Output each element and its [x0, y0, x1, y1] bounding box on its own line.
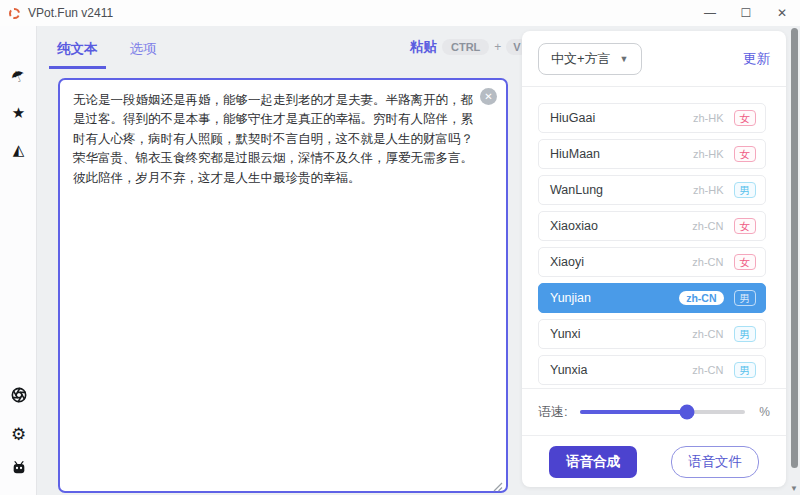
voice-gender-badge: 男	[734, 326, 757, 342]
umbrella-icon[interactable]: ☂	[0, 67, 37, 86]
voice-name: WanLung	[550, 183, 693, 197]
voice-panel-header: 中文+方言 ▼ 更新	[522, 31, 786, 87]
voice-gender-badge: 男	[734, 182, 757, 198]
window-title: VPot.Fun v2411	[28, 6, 113, 20]
voice-list-item[interactable]: WanLung zh-HK 男	[538, 175, 766, 205]
aperture-icon[interactable]	[0, 387, 37, 407]
scrollbar-down-arrow-icon[interactable]: ▼	[790, 484, 798, 493]
voice-name: Yunxia	[550, 363, 692, 377]
rate-slider-fill	[580, 410, 688, 414]
voice-gender-badge: 女	[734, 146, 757, 162]
voice-list-item[interactable]: Xiaoxiao zh-CN 女	[538, 211, 766, 241]
paste-button[interactable]: 粘贴	[410, 38, 437, 56]
rate-slider-thumb[interactable]	[680, 405, 695, 420]
voice-gender-badge: 男	[734, 362, 757, 378]
synthesize-button[interactable]: 语音合成	[549, 446, 637, 478]
refresh-link[interactable]: 更新	[743, 50, 770, 68]
voice-list-item[interactable]: Yunxia zh-CN 男	[538, 355, 766, 385]
voice-locale: zh-HK	[693, 148, 724, 160]
triangle-icon[interactable]: ◭	[0, 141, 37, 159]
voice-list-item[interactable]: Yunjian zh-CN 男	[538, 283, 766, 313]
voice-name: Xiaoxiao	[550, 219, 692, 233]
voice-list-item[interactable]: HiuMaan zh-HK 女	[538, 139, 766, 169]
gear-icon[interactable]: ⚙	[0, 424, 37, 444]
actions-row: 语音合成 语音文件	[522, 435, 786, 487]
voice-list: HiuGaai zh-HK 女 HiuMaan zh-HK 女 WanLung …	[522, 87, 786, 388]
tab-plain-text[interactable]: 纯文本	[49, 34, 106, 69]
voice-name: HiuMaan	[550, 147, 693, 161]
paste-shortcut: 粘贴 CTRL + V	[410, 38, 528, 56]
voice-gender-badge: 女	[734, 218, 757, 234]
voice-gender-badge: 女	[734, 254, 757, 270]
text-editor-container: 无论是一段婚姻还是再婚，能够一起走到老的才是夫妻。半路离开的，都是过客。得到的不…	[58, 78, 508, 493]
voice-panel: 中文+方言 ▼ 更新 HiuGaai zh-HK 女 HiuMaan zh-HK…	[522, 31, 786, 487]
rate-unit: %	[759, 405, 770, 419]
voice-gender-badge: 男	[734, 290, 757, 306]
ctrl-key-badge: CTRL	[442, 39, 489, 55]
tab-options[interactable]: 选项	[122, 34, 165, 69]
voice-locale: zh-CN	[692, 328, 723, 340]
voice-locale: zh-CN	[679, 291, 723, 305]
voice-locale: zh-CN	[692, 364, 723, 376]
clear-text-icon[interactable]: ✕	[480, 88, 497, 105]
voice-list-item[interactable]: HiuGaai zh-HK 女	[538, 103, 766, 133]
window-controls: — ☐ ✕	[692, 0, 800, 26]
minimize-button[interactable]: —	[692, 0, 728, 26]
voice-locale: zh-HK	[693, 184, 724, 196]
window-scrollbar-thumb[interactable]	[791, 28, 798, 468]
title-bar: VPot.Fun v2411 — ☐ ✕	[0, 0, 800, 26]
voice-name: Yunjian	[550, 291, 679, 305]
app-logo-icon	[9, 8, 20, 19]
voice-name: Yunxi	[550, 327, 692, 341]
chevron-down-icon: ▼	[620, 54, 629, 64]
close-button[interactable]: ✕	[764, 0, 800, 26]
voice-name: HiuGaai	[550, 111, 693, 125]
voice-list-item[interactable]: Xiaoyi zh-CN 女	[538, 247, 766, 277]
text-input[interactable]: 无论是一段婚姻还是再婚，能够一起走到老的才是夫妻。半路离开的，都是过客。得到的不…	[60, 80, 506, 491]
language-filter-dropdown[interactable]: 中文+方言 ▼	[538, 43, 642, 75]
voice-locale: zh-CN	[692, 220, 723, 232]
voice-list-item[interactable]: Yunxi zh-CN 男	[538, 319, 766, 349]
rate-label: 语速:	[538, 403, 568, 421]
plus-sign: +	[494, 40, 501, 54]
speech-rate-row: 语速: %	[522, 388, 786, 435]
voice-gender-badge: 女	[734, 110, 757, 126]
save-audio-file-button[interactable]: 语音文件	[671, 446, 759, 478]
resize-handle-icon[interactable]	[493, 478, 503, 488]
voice-locale: zh-CN	[692, 256, 723, 268]
rate-slider[interactable]	[580, 410, 746, 414]
star-icon[interactable]: ★	[0, 104, 37, 122]
app-body: ☂ ★ ◭ ⚙ 纯文本 选项 粘贴 CTRL + V	[0, 26, 800, 495]
language-filter-value: 中文+方言	[551, 50, 611, 68]
voice-name: Xiaoyi	[550, 255, 692, 269]
maximize-button[interactable]: ☐	[728, 0, 764, 26]
left-sidebar: ☂ ★ ◭ ⚙	[0, 26, 37, 495]
robot-icon[interactable]	[0, 460, 37, 480]
editor-tabs: 纯文本 选项	[49, 34, 165, 69]
voice-locale: zh-HK	[693, 112, 724, 124]
